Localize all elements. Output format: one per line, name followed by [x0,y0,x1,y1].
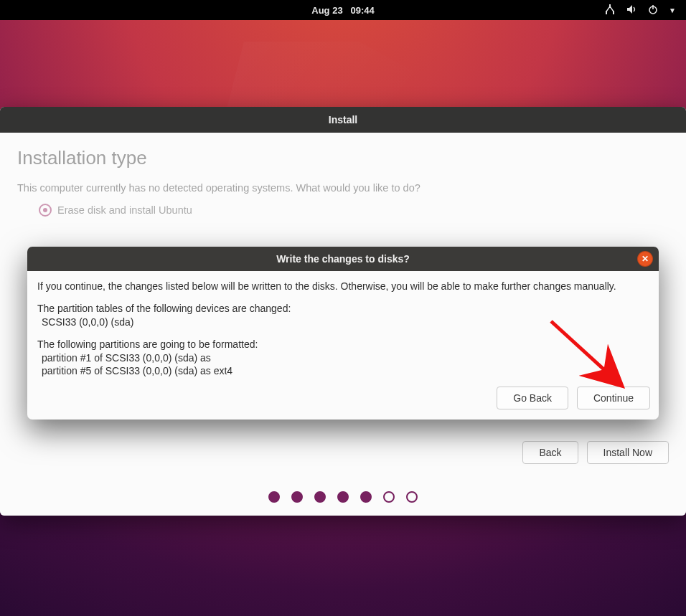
volume-icon[interactable] [626,4,637,17]
clock-time: 09:44 [350,5,374,16]
progress-dot [406,491,418,503]
progress-dot [268,491,280,503]
network-icon[interactable] [604,4,616,17]
back-button[interactable]: Back [522,441,578,464]
dialog-partition-tables-heading: The partition tables of the following de… [37,302,649,316]
svg-marker-3 [627,5,632,14]
continue-button[interactable]: Continue [577,387,650,409]
progress-dots [0,491,686,503]
dialog-format-heading: The following partitions are going to be… [37,338,649,351]
dialog-title: Write the changes to disks? [276,253,410,265]
go-back-button[interactable]: Go Back [497,387,568,409]
installer-footer: Back Install Now [522,441,669,464]
system-topbar: Aug 23 09:44 ▼ [0,0,686,20]
dialog-titlebar: Write the changes to disks? ✕ [27,247,659,271]
progress-dot [291,491,303,503]
progress-dot [383,491,395,503]
installer-titlebar: Install [0,107,686,133]
install-now-button[interactable]: Install Now [587,441,669,464]
close-icon: ✕ [642,254,649,264]
dialog-warning-text: If you continue, the changes listed belo… [37,280,649,293]
dialog-format-detail-2: partition #5 of SCSI33 (0,0,0) (sda) as … [37,364,649,378]
dialog-format-detail-1: partition #1 of SCSI33 (0,0,0) (sda) as [37,351,649,365]
svg-rect-5 [652,5,654,9]
chevron-down-icon[interactable]: ▼ [669,6,676,14]
system-tray: ▼ [604,4,676,17]
clock-date: Aug 23 [311,5,342,16]
topbar-clock[interactable]: Aug 23 09:44 [311,5,374,16]
progress-dot [337,491,349,503]
dialog-partition-tables-detail: SCSI33 (0,0,0) (sda) [37,316,649,329]
dialog-body: If you continue, the changes listed belo… [27,271,659,382]
progress-dot [314,491,326,503]
power-icon[interactable] [647,4,659,17]
progress-dot [360,491,372,503]
close-button[interactable]: ✕ [637,251,653,267]
installer-window-title: Install [329,114,357,125]
confirm-write-dialog: Write the changes to disks? ✕ If you con… [27,247,659,420]
dialog-footer: Go Back Continue [27,382,659,420]
